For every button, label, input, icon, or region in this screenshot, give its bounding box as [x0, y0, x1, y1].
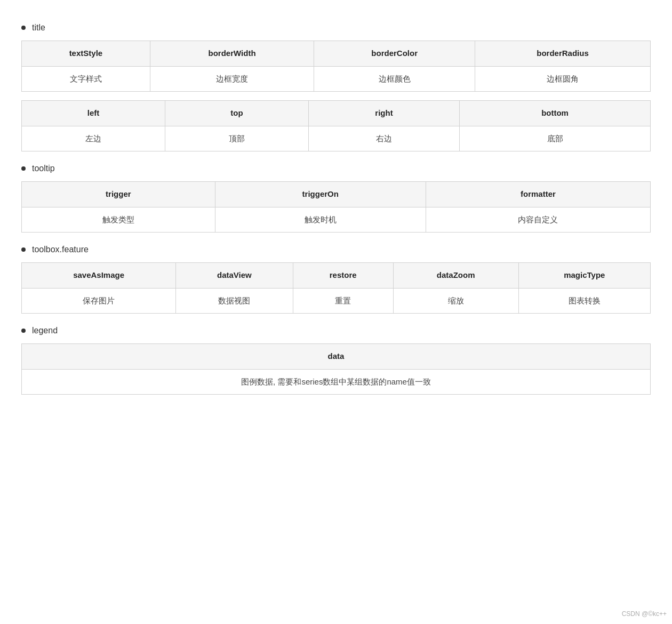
- bullet-label: tooltip: [32, 162, 55, 175]
- table-header-1: dataView: [176, 263, 293, 289]
- table-row: 文字样式边框宽度边框颜色边框圆角: [22, 66, 651, 92]
- table-header-0: trigger: [22, 182, 215, 207]
- table-header-1: triggerOn: [215, 182, 426, 207]
- table-header-0: saveAsImage: [22, 263, 176, 289]
- table-header-2: formatter: [426, 182, 650, 207]
- table-header-1: borderWidth: [150, 41, 314, 67]
- table-cell-0-2: 右边: [308, 126, 459, 151]
- table-cell-0-2: 内容自定义: [426, 207, 650, 233]
- table-header-row: triggertriggerOnformatter: [22, 182, 651, 207]
- table-header-row: data: [22, 344, 651, 370]
- table-cell-0-0: 触发类型: [22, 207, 215, 233]
- bullet-dot: [21, 26, 26, 30]
- bullet-label: legend: [32, 324, 58, 337]
- table-header-row: saveAsImagedataViewrestoredataZoommagicT…: [22, 263, 651, 289]
- table-1-0: triggertriggerOnformatter触发类型触发时机内容自定义: [21, 181, 651, 233]
- table-header-row: lefttoprightbottom: [22, 101, 651, 126]
- bullet-dot: [21, 166, 26, 171]
- table-header-3: borderRadius: [475, 41, 651, 67]
- table-cell-0-2: 重置: [293, 288, 393, 314]
- table-cell-0-1: 触发时机: [215, 207, 426, 233]
- table-header-3: bottom: [460, 101, 651, 126]
- table-0-0: textStyleborderWidthborderColorborderRad…: [21, 41, 651, 92]
- table-header-0: textStyle: [22, 41, 150, 67]
- table-header-3: dataZoom: [393, 263, 518, 289]
- table-header-row: textStyleborderWidthborderColorborderRad…: [22, 41, 651, 67]
- table-3-0: data图例数据, 需要和series数组中某组数据的name值一致: [21, 343, 651, 395]
- table-header-1: top: [165, 101, 308, 126]
- table-cell-0-3: 边框圆角: [475, 66, 651, 92]
- table-row: 保存图片数据视图重置缩放图表转换: [22, 288, 651, 314]
- table-0-1: lefttoprightbottom左边顶部右边底部: [21, 100, 651, 151]
- bullet-dot: [21, 247, 26, 252]
- table-cell-0-3: 底部: [460, 126, 651, 151]
- table-row: 触发类型触发时机内容自定义: [22, 207, 651, 233]
- table-header-0: data: [22, 344, 651, 370]
- bullet-dot: [21, 329, 26, 333]
- table-header-0: left: [22, 101, 165, 126]
- table-cell-0-0: 图例数据, 需要和series数组中某组数据的name值一致: [22, 369, 651, 395]
- table-cell-0-0: 保存图片: [22, 288, 176, 314]
- bullet-item-1: tooltip: [21, 162, 651, 175]
- bullet-item-3: legend: [21, 324, 651, 337]
- table-cell-0-3: 缩放: [393, 288, 518, 314]
- table-cell-0-1: 数据视图: [176, 288, 293, 314]
- table-row: 图例数据, 需要和series数组中某组数据的name值一致: [22, 369, 651, 395]
- bullet-item-0: title: [21, 21, 651, 34]
- table-header-4: magicType: [518, 263, 650, 289]
- table-cell-0-4: 图表转换: [518, 288, 650, 314]
- table-cell-0-2: 边框颜色: [314, 66, 475, 92]
- table-cell-0-0: 文字样式: [22, 66, 150, 92]
- table-header-2: right: [308, 101, 459, 126]
- table-2-0: saveAsImagedataViewrestoredataZoommagicT…: [21, 262, 651, 314]
- table-cell-0-1: 边框宽度: [150, 66, 314, 92]
- table-row: 左边顶部右边底部: [22, 126, 651, 151]
- table-header-2: borderColor: [314, 41, 475, 67]
- bullet-label: title: [32, 21, 45, 34]
- bullet-item-2: toolbox.feature: [21, 243, 651, 256]
- table-header-2: restore: [293, 263, 393, 289]
- table-cell-0-0: 左边: [22, 126, 165, 151]
- bullet-label: toolbox.feature: [32, 243, 89, 256]
- table-cell-0-1: 顶部: [165, 126, 308, 151]
